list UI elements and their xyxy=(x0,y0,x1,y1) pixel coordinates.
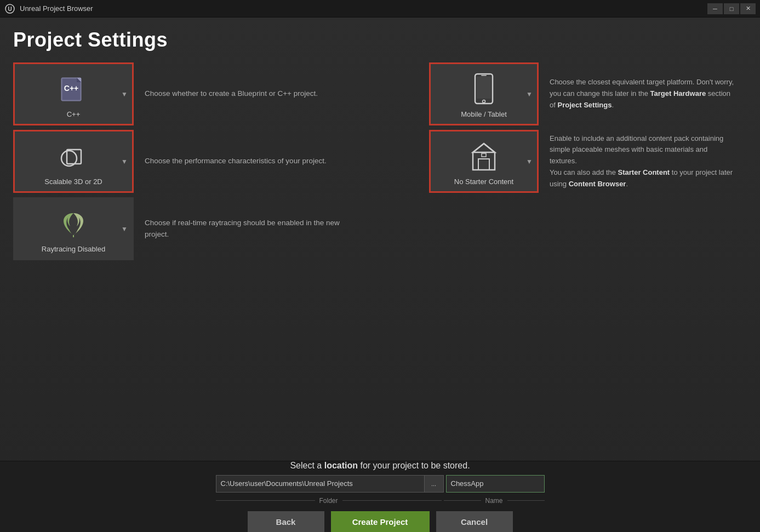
raytracing-icon xyxy=(56,207,91,242)
path-row: ... xyxy=(216,475,545,493)
path-labels: Folder Name xyxy=(216,497,545,505)
starter-desc: Enable to include an additional content … xyxy=(539,133,747,190)
cpp-icon: C++ xyxy=(56,72,91,107)
minimize-button[interactable]: ─ xyxy=(707,3,723,14)
starter-setting-card[interactable]: No Starter Content ▼ xyxy=(429,130,539,193)
title-bar: U Unreal Project Browser ─ □ ✕ xyxy=(0,0,760,18)
raytracing-desc: Choose if real-time raytracing should be… xyxy=(134,197,353,260)
starter-section: No Starter Content ▼ Enable to include a… xyxy=(429,130,747,193)
action-row: Back Create Project Cancel xyxy=(13,511,747,533)
mobile-desc: Choose the closest equivalent target pla… xyxy=(539,77,747,111)
mobile-section: Mobile / Tablet ▼ Choose the closest equ… xyxy=(429,62,747,125)
folder-label: Folder xyxy=(216,497,442,505)
project-name-input[interactable] xyxy=(446,475,545,493)
starter-dropdown-arrow[interactable]: ▼ xyxy=(526,158,533,165)
svg-rect-14 xyxy=(478,159,489,170)
page-title: Project Settings xyxy=(13,28,747,52)
cpp-dropdown-arrow[interactable]: ▼ xyxy=(121,90,128,98)
scalable-setting-card[interactable]: Scalable 3D or 2D ▼ xyxy=(13,130,134,193)
settings-row-1: C++ C++ ▼ Choose whether to create a Blu… xyxy=(13,62,747,125)
back-button[interactable]: Back xyxy=(248,511,324,533)
close-button[interactable]: ✕ xyxy=(740,3,756,14)
main-content: Project Settings C++ C++ xyxy=(0,18,760,532)
svg-rect-10 xyxy=(481,75,487,76)
svg-rect-16 xyxy=(482,153,486,157)
svg-rect-8 xyxy=(477,77,491,99)
starter-icon xyxy=(466,139,501,174)
cpp-label: C++ xyxy=(67,110,81,118)
mobile-icon xyxy=(466,72,501,107)
name-label: Name xyxy=(444,497,545,505)
bottom-bar: Select a location for your project to be… xyxy=(0,461,760,532)
window-title: Unreal Project Browser xyxy=(20,4,93,13)
scalable-icon xyxy=(56,139,91,174)
create-project-button[interactable]: Create Project xyxy=(331,511,430,533)
raytracing-setting-card[interactable]: Raytracing Disabled ▼ xyxy=(13,197,134,260)
cpp-desc: Choose whether to create a Blueprint or … xyxy=(134,62,353,125)
svg-point-9 xyxy=(483,100,485,103)
scalable-dropdown-arrow[interactable]: ▼ xyxy=(121,158,128,165)
mobile-dropdown-arrow[interactable]: ▼ xyxy=(526,90,533,98)
settings-row-2: Scalable 3D or 2D ▼ Choose the performan… xyxy=(13,130,747,193)
maximize-button[interactable]: □ xyxy=(724,3,739,14)
browse-button[interactable]: ... xyxy=(424,475,444,493)
cancel-button[interactable]: Cancel xyxy=(436,511,513,533)
scalable-desc: Choose the performance characteristics o… xyxy=(134,130,353,193)
mobile-setting-card[interactable]: Mobile / Tablet ▼ xyxy=(429,62,539,125)
ue-logo: U xyxy=(4,3,15,14)
scalable-label: Scalable 3D or 2D xyxy=(44,178,102,186)
cpp-setting-card[interactable]: C++ C++ ▼ xyxy=(13,62,134,125)
starter-label: No Starter Content xyxy=(454,178,513,186)
svg-marker-15 xyxy=(473,144,495,152)
window-controls: ─ □ ✕ xyxy=(707,3,756,14)
folder-path-input[interactable] xyxy=(216,475,424,493)
settings-row-3: Raytracing Disabled ▼ Choose if real-tim… xyxy=(13,197,747,260)
settings-area: C++ C++ ▼ Choose whether to create a Blu… xyxy=(13,62,747,461)
svg-text:U: U xyxy=(8,6,12,12)
raytracing-label: Raytracing Disabled xyxy=(42,245,105,253)
location-label: Select a location for your project to be… xyxy=(290,461,470,471)
svg-text:C++: C++ xyxy=(64,84,78,93)
mobile-label: Mobile / Tablet xyxy=(461,110,507,118)
raytracing-dropdown-arrow[interactable]: ▼ xyxy=(121,225,128,233)
